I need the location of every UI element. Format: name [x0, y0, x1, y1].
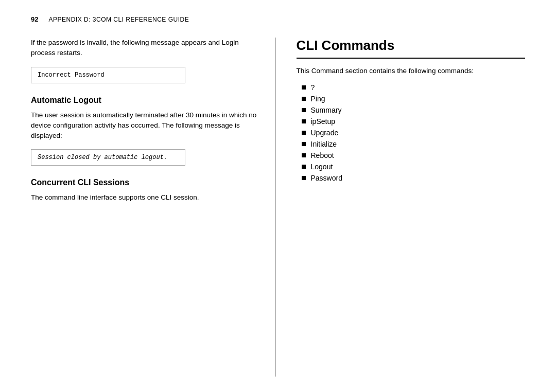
list-item: Ping — [302, 95, 526, 103]
command-label: Initialize — [311, 140, 337, 148]
bullet-icon — [302, 153, 306, 157]
command-label: Reboot — [311, 151, 334, 159]
list-item: ? — [302, 83, 526, 92]
list-item: Reboot — [302, 151, 526, 159]
bullet-icon — [302, 142, 306, 146]
main-content: If the password is invalid, the followin… — [31, 38, 525, 377]
list-item: Summary — [302, 106, 526, 114]
command-label: ? — [311, 83, 315, 92]
command-label: Password — [311, 174, 342, 182]
concurrent-heading: Concurrent CLI Sessions — [31, 178, 260, 187]
session-closed-code: Session closed by automatic logout. — [38, 154, 167, 161]
command-label: Logout — [311, 163, 333, 171]
cli-commands-heading: CLI Commands — [297, 38, 526, 59]
bullet-icon — [302, 131, 306, 135]
right-column: CLI Commands This Command section contai… — [276, 38, 526, 377]
commands-list: ?PingSummaryipSetupUpgradeInitializeRebo… — [297, 83, 526, 182]
page: 92 Appendix D: 3Com CLI Reference Guide … — [0, 0, 556, 392]
bullet-icon — [302, 85, 306, 90]
command-label: Summary — [311, 106, 342, 114]
left-column: If the password is invalid, the followin… — [31, 38, 276, 377]
list-item: Logout — [302, 163, 526, 171]
incorrect-password-code: Incorrect Password — [38, 72, 105, 79]
incorrect-password-box: Incorrect Password — [31, 67, 185, 83]
page-number: 92 — [31, 15, 38, 23]
bullet-icon — [302, 97, 306, 101]
list-item: Password — [302, 174, 526, 182]
intro-paragraph: If the password is invalid, the followin… — [31, 38, 260, 59]
command-label: ipSetup — [311, 117, 335, 126]
bullet-icon — [302, 176, 306, 180]
automatic-logout-body: The user session is automatically termin… — [31, 110, 260, 141]
bullet-icon — [302, 165, 306, 169]
list-item: ipSetup — [302, 117, 526, 126]
command-label: Ping — [311, 95, 325, 103]
list-item: Initialize — [302, 140, 526, 148]
automatic-logout-heading: Automatic Logout — [31, 96, 260, 105]
bullet-icon — [302, 108, 306, 112]
header-title: Appendix D: 3Com CLI Reference Guide — [48, 16, 189, 23]
command-label: Upgrade — [311, 129, 339, 137]
concurrent-body: The command line interface supports one … — [31, 192, 260, 203]
page-header: 92 Appendix D: 3Com CLI Reference Guide — [31, 15, 525, 25]
cli-intro: This Command section contains the follow… — [297, 66, 526, 76]
list-item: Upgrade — [302, 129, 526, 137]
bullet-icon — [302, 119, 306, 123]
session-closed-box: Session closed by automatic logout. — [31, 149, 185, 166]
